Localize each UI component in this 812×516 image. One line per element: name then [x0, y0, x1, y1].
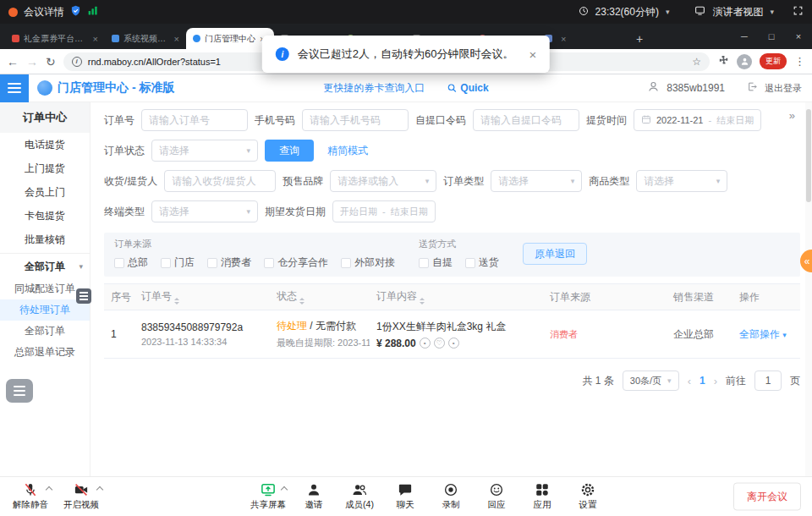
current-page[interactable]: 1	[700, 375, 705, 387]
timer-caret-icon[interactable]: ▾	[666, 8, 670, 16]
extensions-puzzle-icon[interactable]	[717, 54, 729, 69]
quick-menu-button[interactable]	[6, 379, 33, 403]
share-options-caret[interactable]	[281, 486, 288, 493]
browser-update-button[interactable]: 更新	[760, 53, 787, 69]
column-settings-button[interactable]	[76, 288, 91, 304]
goods-type-select[interactable]: 请选择 ▾	[636, 170, 727, 192]
toolbar-invite-button[interactable]: 邀请	[291, 480, 337, 511]
video-options-caret[interactable]	[96, 486, 103, 493]
coupon-query-link[interactable]: 更快捷的券卡查询入口	[323, 81, 425, 96]
sidebar-item-all-orders[interactable]: 全部订单	[0, 321, 90, 342]
filter-delivery-checkbox-1[interactable]: 自提	[419, 255, 453, 270]
reload-icon[interactable]: ↻	[46, 56, 56, 68]
meeting-details-link[interactable]: 会议详情	[24, 5, 64, 19]
checkbox-icon	[114, 258, 124, 268]
tab-close-icon[interactable]: ×	[93, 34, 98, 44]
order-type-select[interactable]: 请选择 ▾	[491, 170, 582, 192]
quick-search[interactable]: Quick	[447, 82, 488, 94]
tab-close-icon[interactable]: ×	[174, 34, 179, 44]
browser-tab-active[interactable]: 门店管理中心 ×	[186, 28, 274, 49]
tab-close-icon[interactable]: ×	[561, 34, 566, 44]
page-scrollbar[interactable]	[805, 102, 812, 476]
col-order-no[interactable]: 订单号	[134, 289, 270, 305]
table-row[interactable]: 1 83859345088979792a 2023-11-13 14:33:34…	[104, 310, 800, 359]
hamburger-menu-button[interactable]	[0, 74, 29, 102]
row-status-cell: 待处理 / 无需付款 最晚自提期限: 2023-11-16	[270, 319, 370, 349]
meeting-timer[interactable]: 23:32(60分钟)	[595, 5, 659, 19]
new-tab-button[interactable]: +	[636, 32, 643, 46]
sidebar-item-member-visit[interactable]: 会员上门	[0, 180, 90, 204]
prev-page-icon[interactable]: ‹	[688, 375, 691, 387]
toolbar-settings-button[interactable]: 设置	[565, 480, 611, 511]
toast-close-icon[interactable]: ×	[529, 47, 536, 62]
pickup-time-range[interactable]: 2022-11-21 - 结束日期	[634, 109, 761, 131]
browser-tab[interactable]: 礼金票券平台管理中心 ×	[5, 28, 105, 49]
sidebar-item-card-pickup[interactable]: 卡包提货	[0, 204, 90, 228]
order-no-input[interactable]	[141, 109, 248, 131]
order-tag-icon-3[interactable]: •	[448, 338, 459, 349]
back-icon[interactable]: ←	[7, 56, 19, 68]
browser-menu-icon[interactable]: ⋮	[794, 56, 805, 67]
site-info-icon[interactable]: i	[72, 57, 82, 67]
next-page-icon[interactable]: ›	[714, 375, 717, 387]
order-tag-icon-2[interactable]: ♡	[434, 338, 445, 349]
order-status-select[interactable]: 请选择 ▾	[151, 140, 258, 162]
simple-mode-link[interactable]: 精简模式	[327, 144, 368, 158]
toolbar-record-button[interactable]: 录制	[428, 480, 474, 511]
filter-source-checkbox-4[interactable]: 仓分享合作	[264, 255, 328, 270]
filter-delivery-checkbox-2[interactable]: 送货	[465, 255, 499, 270]
close-button[interactable]: ×	[785, 24, 812, 49]
view-mode-caret-icon[interactable]: ▾	[770, 8, 774, 16]
minimize-button[interactable]: ─	[731, 24, 758, 49]
original-return-button[interactable]: 原单退回	[523, 243, 587, 265]
maximize-button[interactable]: □	[758, 24, 785, 49]
filter-source-checkbox-5[interactable]: 外部对接	[341, 255, 395, 270]
sidebar-item-hq-refund-records[interactable]: 总部退单记录	[0, 342, 90, 363]
order-number[interactable]: 83859345088979792a	[141, 321, 263, 333]
terminal-type-select[interactable]: 请选择 ▾	[151, 200, 258, 222]
sidebar-item-pending-orders[interactable]: 待处理订单	[0, 299, 90, 321]
filter-source-checkbox-1[interactable]: 总部	[114, 255, 148, 270]
security-shield-icon[interactable]	[70, 5, 81, 19]
toolbar-apps-button[interactable]: 应用	[519, 480, 565, 511]
browser-profile-avatar[interactable]	[737, 54, 752, 69]
query-button[interactable]: 查询	[265, 140, 314, 162]
sidebar-group-all-orders[interactable]: 全部订单 ▾	[0, 253, 90, 278]
view-mode-selector[interactable]: 演讲者视图	[712, 5, 763, 19]
pickup-code-input[interactable]	[473, 109, 579, 131]
mute-options-caret[interactable]	[46, 486, 52, 493]
sidebar-item-batch-verify[interactable]: 批量核销	[0, 228, 90, 251]
toolbar-start-video-button[interactable]: 开启视频	[56, 480, 107, 511]
sidebar-item-door-pickup[interactable]: 上门提货	[0, 156, 90, 180]
leave-meeting-button[interactable]: 离开会议	[733, 483, 801, 511]
phone-input[interactable]	[302, 109, 409, 131]
fullscreen-icon[interactable]	[793, 5, 804, 19]
browser-tab[interactable]: 系统视频学习 ×	[105, 28, 186, 49]
browser-tab[interactable]: ×	[538, 28, 631, 49]
filter-source-checkbox-3[interactable]: 消费者	[207, 255, 251, 270]
col-content[interactable]: 订单内容	[370, 289, 543, 305]
collapse-panel-icon[interactable]: »	[789, 109, 793, 122]
expect-ship-date-range[interactable]: 开始日期 - 结束日期	[332, 200, 436, 222]
order-tag-icon-1[interactable]: •	[420, 338, 431, 349]
col-index: 序号	[104, 290, 134, 305]
toolbar-chat-button[interactable]: 聊天	[382, 480, 428, 511]
page-size-select[interactable]: 30条/页 ▾	[623, 371, 679, 391]
toolbar-unmute-button[interactable]: 解除静音	[5, 480, 56, 511]
sort-icon	[420, 298, 425, 305]
receiver-input[interactable]	[164, 170, 276, 192]
sidebar-item-phone-pickup[interactable]: 电话提货	[0, 133, 90, 156]
toolbar-reaction-button[interactable]: 回应	[474, 480, 519, 511]
logout-link[interactable]: 退出登录	[765, 82, 802, 95]
bookmark-star-icon[interactable]: ☆	[692, 56, 701, 68]
col-status[interactable]: 状态	[270, 289, 370, 305]
forward-icon[interactable]: →	[26, 56, 38, 68]
chevron-down-icon: ▾	[425, 177, 430, 185]
username[interactable]: 8385wb1991	[667, 82, 725, 94]
filter-source-checkbox-2[interactable]: 门店	[161, 255, 195, 270]
presale-brand-select[interactable]: 请选择或输入 ▾	[330, 170, 436, 192]
toolbar-members-button[interactable]: 成员(4)	[337, 480, 382, 511]
row-actions-dropdown[interactable]: 全部操作 ▾	[739, 328, 787, 340]
goto-page-input[interactable]	[754, 371, 782, 391]
toolbar-share-screen-button[interactable]: 共享屏幕	[245, 480, 291, 511]
